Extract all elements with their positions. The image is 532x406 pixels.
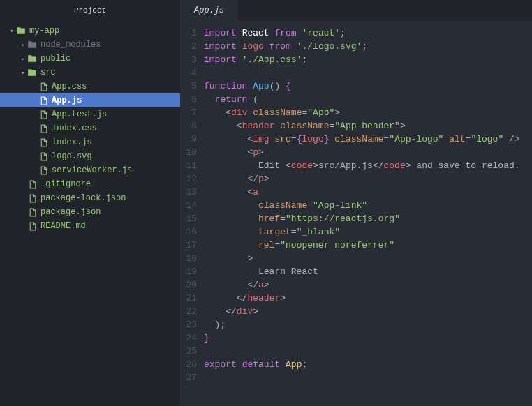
line-number: 26 [180,358,197,371]
tree-item-label: public [40,54,71,63]
chevron-icon[interactable]: ▾ [20,69,27,77]
folder-icon [27,54,38,63]
tree-item-label: package-lock.json [40,193,126,203]
code-line[interactable]: } [204,331,532,345]
chevron-icon[interactable]: ▸ [20,41,27,49]
file-tree: ▾my-app▸node_modules▸public▾srcApp.cssAp… [0,21,180,233]
tree-file[interactable]: package.json [0,205,180,219]
line-number: 11 [180,159,197,172]
tree-file[interactable]: App.css [0,80,180,93]
line-number: 12 [180,172,197,186]
code-line[interactable]: </header> [204,292,532,305]
line-number: 22 [180,305,197,318]
line-number: 15 [180,212,197,225]
tree-item-label: serviceWorker.js [52,165,132,175]
tree-file[interactable]: index.css [0,121,180,135]
line-number: 21 [180,292,197,305]
file-icon [27,180,38,189]
code-editor[interactable]: 1234567891011121314151617181920212223242… [180,21,532,406]
tree-file[interactable]: index.js [0,135,180,149]
line-number: 7 [180,106,197,119]
code-line[interactable]: <a [204,186,532,199]
line-number: 23 [180,318,197,331]
tab-active[interactable]: App.js [180,0,238,21]
line-number: 4 [180,66,197,80]
code-line[interactable]: </p> [204,172,532,186]
tab-bar: App.js [180,0,532,21]
tree-file[interactable]: logo.svg [0,149,180,163]
line-number: 25 [180,345,197,358]
tree-file[interactable]: App.test.js [0,107,180,121]
tree-item-label: logo.svg [52,151,92,161]
file-icon [38,110,49,119]
code-line[interactable]: ); [204,318,532,331]
code-line[interactable]: Edit <code>src/App.js</code> and save to… [204,159,532,172]
tree-file[interactable]: .gitignore [0,177,180,191]
code-line[interactable]: <div className="App"> [204,106,532,119]
tree-item-label: README.md [40,221,86,231]
tree-item-label: App.test.js [52,110,107,119]
line-number: 17 [180,239,197,252]
folder-icon [15,26,27,36]
folder-icon [27,40,38,50]
code-line[interactable]: import './App.css'; [204,53,532,66]
file-icon [38,138,49,147]
line-number: 27 [180,371,197,384]
line-number: 1 [180,27,197,40]
code-line[interactable]: import logo from './logo.svg'; [204,40,532,53]
folder-icon [27,68,38,77]
tree-file[interactable]: package-lock.json [0,191,180,205]
line-number: 9 [180,133,197,146]
tree-item-label: my-app [29,26,59,36]
tree-item-label: index.css [52,123,97,133]
code-content[interactable]: import React from 'react';import logo fr… [204,27,532,406]
line-number: 5 [180,80,197,93]
code-line[interactable]: </a> [204,278,532,292]
tree-folder[interactable]: ▸public [0,52,180,66]
tree-item-label: src [40,68,56,77]
tree-folder[interactable]: ▸node_modules [0,38,180,52]
file-icon [27,208,38,217]
code-line[interactable] [204,371,532,384]
code-line[interactable]: <header className="App-header"> [204,119,532,133]
code-line[interactable]: Learn React [204,265,532,278]
line-number: 6 [180,93,197,106]
line-number: 19 [180,265,197,278]
line-number: 18 [180,252,197,265]
code-line[interactable]: <p> [204,146,532,159]
code-line[interactable]: export default App; [204,358,532,371]
chevron-icon[interactable]: ▸ [20,55,27,63]
code-line[interactable] [204,66,532,80]
code-line[interactable]: href="https://reactjs.org" [204,212,532,225]
tree-file[interactable]: App.js [0,93,180,107]
tree-item-label: App.js [52,96,82,105]
line-number: 13 [180,186,197,199]
code-line[interactable]: rel="noopener noreferrer" [204,239,532,252]
code-line[interactable]: import React from 'react'; [204,27,532,40]
code-line[interactable]: className="App-link" [204,199,532,212]
file-icon [27,194,38,203]
code-line[interactable]: function App() { [204,80,532,93]
code-line[interactable]: target="_blank" [204,225,532,239]
code-line[interactable]: <img src={logo} className="App-logo" alt… [204,133,532,146]
line-number: 20 [180,278,197,292]
line-number: 16 [180,225,197,239]
tree-file[interactable]: README.md [0,219,180,233]
line-number: 8 [180,119,197,133]
code-line[interactable]: > [204,252,532,265]
chevron-icon[interactable]: ▾ [8,27,15,35]
code-line[interactable]: </div> [204,305,532,318]
tree-folder[interactable]: ▾src [0,66,180,80]
code-line[interactable] [204,345,532,358]
code-line[interactable]: return ( [204,93,532,106]
tree-item-label: index.js [52,137,92,147]
tree-item-label: package.json [40,207,101,217]
tree-file[interactable]: serviceWorker.js [0,163,180,177]
file-icon [38,124,49,133]
line-number: 14 [180,199,197,212]
editor-pane: App.js 123456789101112131415161718192021… [180,0,532,406]
file-icon [38,96,49,105]
tree-item-label: node_modules [40,40,101,50]
project-sidebar: Project ▾my-app▸node_modules▸public▾srcA… [0,0,180,406]
tree-folder[interactable]: ▾my-app [0,24,180,38]
